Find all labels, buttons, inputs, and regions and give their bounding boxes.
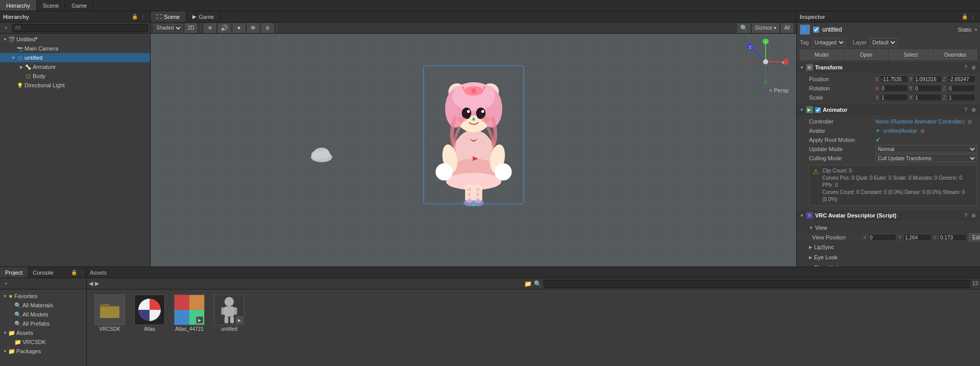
vrc-view-header[interactable]: ▼ View xyxy=(797,223,980,233)
search-scene-btn[interactable]: 🔍 xyxy=(738,23,750,33)
rotation-x-input[interactable] xyxy=(880,85,908,92)
asset-item-atlas-44721[interactable]: ▶ Atlas_44721 xyxy=(172,295,207,332)
scene-viewport[interactable]: X Y Z xyxy=(151,34,796,266)
search-icon[interactable]: 🔍 xyxy=(534,280,542,287)
transform-settings-btn[interactable]: ⚙ xyxy=(970,65,977,70)
asset-item-atlas[interactable]: Atlas xyxy=(132,295,167,332)
new-folder-icon[interactable]: 📁 xyxy=(524,280,532,287)
project-lock-icon[interactable]: 🔒 xyxy=(70,269,78,277)
hierarchy-search-input[interactable] xyxy=(12,24,148,32)
transform-title: Transform xyxy=(815,64,962,70)
position-z-input[interactable] xyxy=(947,76,975,83)
project-item-packages[interactable]: ▼ 📁 Packages xyxy=(1,347,85,356)
asset-item-untitled-char[interactable]: ▶ untitled xyxy=(211,295,247,332)
obj-static-arrow[interactable]: ▾ xyxy=(975,28,977,32)
tree-item-scene[interactable]: ▼ 🎬 Untitled* xyxy=(0,35,150,44)
hidden-button[interactable]: 👁 xyxy=(247,23,259,33)
grid-button[interactable]: # xyxy=(261,23,274,33)
tree-item-directional-light[interactable]: ▶ 💡 Directional Light xyxy=(0,81,150,90)
info-warning-icon: ⚠ xyxy=(813,167,819,203)
gizmo-widget[interactable]: X Y Z xyxy=(743,39,789,85)
2d-button[interactable]: 2D xyxy=(185,23,197,33)
select-button[interactable]: Select xyxy=(889,50,933,60)
animator-header[interactable]: ▼ ▶ Animator ? ⚙ xyxy=(797,104,980,115)
hierarchy-add-icon[interactable]: + xyxy=(2,24,10,32)
tree-item-untitled[interactable]: ▼ ⬡ untitled xyxy=(0,53,150,62)
project-item-all-prefabs[interactable]: ▶ 🔍 All Prefabs xyxy=(1,319,85,328)
obj-active-checkbox[interactable] xyxy=(813,27,819,33)
hierarchy-panel: Hierarchy 🔒 ⋮ + ▼ 🎬 Untitled* ▶ 📷 Main C… xyxy=(0,11,151,266)
avatar-dot-icon[interactable]: ⊙ xyxy=(920,128,924,134)
edit-view-position-button[interactable]: Edit xyxy=(969,233,980,241)
tree-item-armature[interactable]: ▶ 🦴 Armature xyxy=(0,62,150,71)
transform-header[interactable]: ▼ ⊞ Transform ? ⚙ xyxy=(797,62,980,73)
svg-point-11 xyxy=(743,60,747,64)
gizmos-button[interactable]: Gizmos ▾ xyxy=(752,23,779,33)
view-x-input[interactable] xyxy=(868,234,896,241)
asset-item-vrcsdk[interactable]: VRCSDK xyxy=(92,295,128,332)
scale-y-input[interactable] xyxy=(914,94,942,101)
inspector-menu-icon[interactable]: ⋮ xyxy=(969,13,977,21)
position-y-input[interactable] xyxy=(914,76,942,83)
audio-button[interactable]: 🔊 xyxy=(218,23,231,33)
view-z-input[interactable] xyxy=(939,234,967,241)
search-icon-models: 🔍 xyxy=(14,311,21,318)
transform-help-btn[interactable]: ? xyxy=(963,65,968,70)
vrc-lipsync-header[interactable]: ▶ LipSync xyxy=(797,242,980,252)
vrc-avatar-help-btn[interactable]: ? xyxy=(963,213,968,218)
tag-select[interactable]: Untagged xyxy=(812,38,846,46)
tab-game[interactable]: ▶ Game xyxy=(186,11,220,22)
project-add-icon[interactable]: + xyxy=(2,280,10,288)
animator-title: Animator xyxy=(823,107,962,113)
layer-select[interactable]: Default xyxy=(870,38,897,46)
all-button[interactable]: All xyxy=(781,23,793,33)
open-button[interactable]: Open xyxy=(844,50,888,60)
project-item-vrcsdk[interactable]: ▶ 📁 VRCSDK xyxy=(1,337,85,347)
forward-icon[interactable]: ▶ xyxy=(95,280,99,287)
back-icon[interactable]: ◀ xyxy=(89,280,93,287)
vrc-avatar-settings-btn[interactable]: ⚙ xyxy=(970,213,977,218)
shading-select[interactable]: Shaded xyxy=(154,24,183,32)
update-mode-row: Update Mode Normal xyxy=(797,144,980,154)
scale-z-input[interactable] xyxy=(947,94,975,101)
update-mode-select[interactable]: Normal xyxy=(875,145,977,153)
scale-x-input[interactable] xyxy=(880,94,908,101)
model-button[interactable]: Model xyxy=(800,50,843,60)
vrc-playable-header[interactable]: ▶ Playable Layers xyxy=(797,262,980,266)
tree-item-main-camera[interactable]: ▶ 📷 Main Camera xyxy=(0,44,150,53)
hierarchy-lock-icon[interactable]: 🔒 xyxy=(131,13,139,21)
tab-console[interactable]: Console xyxy=(28,267,58,278)
hierarchy-menu-icon[interactable]: ⋮ xyxy=(139,13,147,21)
rotation-z-input[interactable] xyxy=(947,85,975,92)
tab-scene[interactable]: ⛶ Scene xyxy=(151,11,186,22)
view-y-input[interactable] xyxy=(903,234,932,241)
vrc-eyelook-arrow: ▶ xyxy=(809,255,812,260)
project-item-favorites[interactable]: ▼ ★ Favorites xyxy=(1,291,85,301)
effects-button[interactable]: ✦ xyxy=(233,23,245,33)
assets-search-input[interactable] xyxy=(544,280,970,288)
avatar-link[interactable]: untitledAvatar xyxy=(883,128,917,134)
tab-project[interactable]: Project xyxy=(0,267,28,278)
animator-settings-btn[interactable]: ⚙ xyxy=(970,107,977,113)
project-item-all-materials[interactable]: ▶ 🔍 All Materials xyxy=(1,301,85,310)
tab-game-top[interactable]: Game xyxy=(65,0,93,11)
lighting-button[interactable]: ☀ xyxy=(204,23,216,33)
culling-mode-select[interactable]: Cull Update Transforms xyxy=(875,154,977,162)
vrc-eyelook-header[interactable]: ▶ Eye Look xyxy=(797,252,980,262)
tree-item-body[interactable]: ▶ ⬡ Body xyxy=(0,71,150,81)
inspector-lock-icon[interactable]: 🔒 xyxy=(961,13,969,21)
tab-scene-top[interactable]: Scene xyxy=(37,0,65,11)
controller-dot-icon[interactable]: ⊙ xyxy=(968,119,972,125)
project-menu-icon[interactable]: ⋮ xyxy=(78,269,86,277)
view-x-label: X xyxy=(863,235,867,240)
animator-help-btn[interactable]: ? xyxy=(963,107,968,113)
vrc-avatar-header[interactable]: ▼ V VRC Avatar Descriptor (Script) ? ⚙ xyxy=(797,210,980,221)
project-item-all-models[interactable]: ▶ 🔍 All Models xyxy=(1,310,85,319)
project-item-assets[interactable]: ▼ 📁 Assets xyxy=(1,328,85,337)
tab-hierarchy[interactable]: Hierarchy xyxy=(0,0,37,11)
position-x-input[interactable] xyxy=(880,76,908,83)
rotation-y-input[interactable] xyxy=(914,85,942,92)
animator-checkbox[interactable] xyxy=(815,107,821,113)
controller-link[interactable]: None (Runtime Animator Controller) xyxy=(875,118,965,125)
overrides-button[interactable]: Overrides xyxy=(934,50,977,60)
